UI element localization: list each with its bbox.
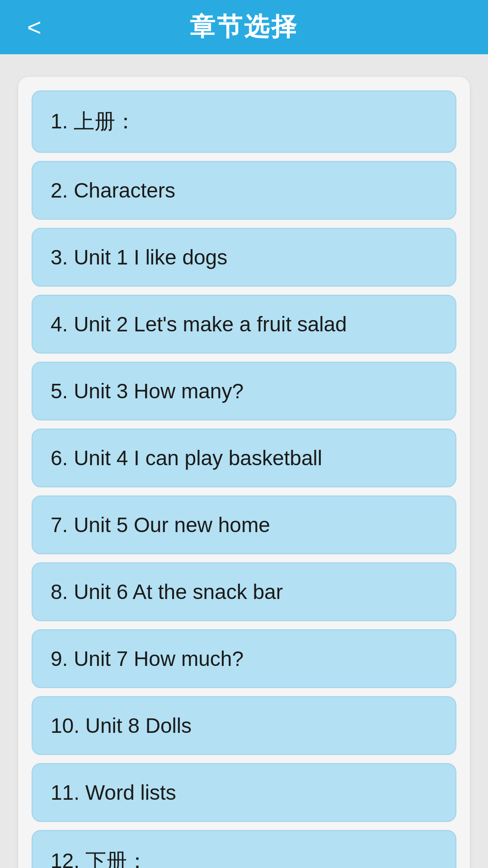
- list-item-label: 1. 上册：: [51, 109, 136, 133]
- list-item[interactable]: 10. Unit 8 Dolls: [32, 696, 456, 755]
- list-item-label: 7. Unit 5 Our new home: [51, 513, 270, 537]
- list-item-label: 3. Unit 1 I like dogs: [51, 245, 227, 269]
- list-item[interactable]: 8. Unit 6 At the snack bar: [32, 562, 456, 621]
- list-item[interactable]: 1. 上册：: [32, 90, 456, 153]
- list-item-label: 5. Unit 3 How many?: [51, 379, 244, 403]
- list-item[interactable]: 9. Unit 7 How much?: [32, 629, 456, 688]
- list-item[interactable]: 3. Unit 1 I like dogs: [32, 228, 456, 287]
- list-item-label: 4. Unit 2 Let's make a fruit salad: [51, 312, 347, 336]
- list-item-label: 6. Unit 4 I can play basketball: [51, 446, 322, 470]
- app-header: < 章节选择: [0, 0, 488, 54]
- list-item-label: 8. Unit 6 At the snack bar: [51, 580, 283, 604]
- list-item-label: 10. Unit 8 Dolls: [51, 714, 192, 737]
- content-area: 1. 上册：2. Characters3. Unit 1 I like dogs…: [0, 54, 488, 868]
- chapter-list: 1. 上册：2. Characters3. Unit 1 I like dogs…: [18, 77, 470, 868]
- list-item-label: 2. Characters: [51, 179, 175, 202]
- list-item-label: 9. Unit 7 How much?: [51, 647, 244, 670]
- list-item-label: 12. 下册：: [51, 849, 148, 868]
- list-item[interactable]: 2. Characters: [32, 161, 456, 220]
- list-item-label: 11. Word lists: [51, 781, 176, 804]
- list-item[interactable]: 4. Unit 2 Let's make a fruit salad: [32, 295, 456, 354]
- list-item[interactable]: 6. Unit 4 I can play basketball: [32, 429, 456, 487]
- list-item[interactable]: 5. Unit 3 How many?: [32, 362, 456, 420]
- back-button[interactable]: <: [27, 15, 42, 39]
- list-item[interactable]: 12. 下册：: [32, 830, 456, 868]
- list-item[interactable]: 11. Word lists: [32, 763, 456, 822]
- page-title: 章节选择: [190, 10, 298, 44]
- list-item[interactable]: 7. Unit 5 Our new home: [32, 495, 456, 554]
